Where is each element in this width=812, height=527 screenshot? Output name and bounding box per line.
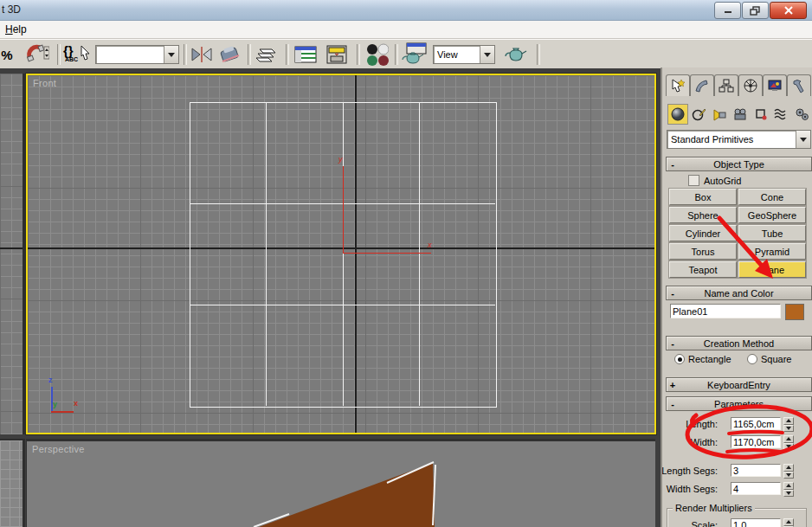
rollout-object-type[interactable]: - Object Type	[666, 157, 812, 171]
hierarchy-icon	[719, 78, 734, 93]
layer-manager-icon[interactable]	[251, 43, 282, 66]
restore-button[interactable]	[742, 2, 769, 19]
object-type-torus-button[interactable]: Torus	[669, 243, 737, 260]
width-spinner[interactable]	[783, 435, 794, 450]
gears-icon	[795, 107, 810, 121]
title-bar[interactable]: t 3D	[0, 0, 812, 21]
category-lights[interactable]	[709, 104, 730, 125]
viewport-label-front[interactable]: Front	[33, 78, 56, 88]
object-type-pyramid-button[interactable]: Pyramid	[738, 243, 806, 260]
curve-editor-grid-icon	[293, 44, 318, 65]
length-segs-spinner[interactable]	[783, 464, 794, 479]
perspective-viewport[interactable]: Perspective	[26, 439, 655, 527]
front-viewport[interactable]: Front y x z y x	[26, 74, 656, 434]
tab-utilities[interactable]	[787, 74, 811, 96]
quick-render-icon[interactable]	[500, 43, 532, 66]
toolbar-separator	[184, 44, 187, 65]
tripod-x-label: x	[74, 399, 78, 408]
align-box-icon	[218, 44, 242, 65]
primitive-category-dropdown[interactable]: Standard Primitives	[667, 130, 811, 149]
dropdown-arrow-icon[interactable]	[164, 46, 178, 63]
object-type-plane-button[interactable]: Plane	[738, 261, 806, 278]
left-viewport-sliver[interactable]	[0, 74, 25, 434]
width-field[interactable]	[731, 435, 781, 448]
display-icon	[767, 78, 783, 93]
rollout-creation-method[interactable]: - Creation Method	[666, 336, 812, 350]
rollout-collapse-icon[interactable]: -	[667, 338, 679, 349]
dropdown-arrow-icon[interactable]	[796, 131, 810, 148]
percent-snap-icon[interactable]: %	[0, 43, 17, 66]
radio-icon[interactable]	[747, 354, 757, 364]
object-type-cylinder-button[interactable]: Cylinder	[669, 225, 737, 241]
render-view-dropdown[interactable]: View	[433, 45, 495, 64]
schematic-boxes-icon	[325, 44, 349, 65]
object-type-cone-button[interactable]: Cone	[738, 189, 806, 205]
tab-hierarchy[interactable]	[714, 74, 738, 96]
rollout-collapse-icon[interactable]: -	[667, 159, 679, 170]
length-spinner[interactable]	[783, 417, 794, 432]
category-helpers[interactable]	[751, 104, 771, 125]
category-systems[interactable]	[792, 104, 812, 125]
close-icon	[783, 6, 794, 15]
width-segs-field[interactable]	[731, 482, 781, 495]
tab-display[interactable]	[763, 74, 787, 96]
radio-icon[interactable]	[674, 354, 685, 364]
rollout-collapse-icon[interactable]: -	[667, 288, 679, 299]
tab-create[interactable]	[666, 74, 690, 96]
autogrid-checkbox[interactable]: AutoGrid	[688, 175, 741, 186]
named-selection-sets-icon[interactable]: {} ABC	[62, 43, 93, 66]
restore-icon	[750, 6, 761, 16]
object-type-geosphere-button[interactable]: GeoSphere	[738, 207, 806, 223]
render-dialog-teapot-icon	[400, 42, 428, 67]
scale-field[interactable]	[731, 518, 781, 527]
rollout-name-color[interactable]: - Name and Color	[666, 286, 812, 300]
object-type-sphere-button[interactable]: Sphere	[669, 207, 737, 223]
category-space-warps[interactable]	[771, 104, 792, 125]
shapes-icon	[692, 107, 706, 121]
width-segs-spinner[interactable]	[783, 482, 794, 497]
toolbar-separator	[357, 44, 360, 65]
close-button[interactable]	[770, 2, 807, 19]
rollout-parameters[interactable]: - Parameters	[666, 396, 812, 411]
object-type-tube-button[interactable]: Tube	[738, 225, 806, 241]
plane-segment-line	[190, 305, 495, 305]
object-name-field[interactable]	[670, 304, 781, 318]
width-label: Width:	[691, 437, 718, 447]
mirror-icon[interactable]	[188, 43, 216, 66]
gizmo-x-label: x	[428, 241, 432, 249]
category-cameras[interactable]	[730, 104, 751, 125]
schematic-view-icon[interactable]	[322, 43, 351, 66]
tab-modify[interactable]	[690, 74, 714, 96]
category-geometry[interactable]	[667, 104, 688, 125]
category-shapes[interactable]	[688, 104, 709, 125]
rollout-keyboard-entry[interactable]: + KeyboardEntry	[666, 377, 812, 392]
length-segs-field[interactable]	[731, 464, 781, 477]
menu-help[interactable]: Help	[2, 23, 30, 35]
teapot-icon	[503, 44, 529, 65]
snap-magnet-icon[interactable]	[23, 43, 52, 66]
selection-set-dropdown[interactable]	[95, 45, 179, 64]
material-editor-icon[interactable]	[362, 43, 391, 66]
minimize-button[interactable]	[714, 2, 741, 19]
rollout-expand-icon[interactable]: +	[667, 380, 679, 390]
object-type-teapot-button[interactable]: Teapot	[669, 261, 737, 278]
plane-segment-line	[266, 102, 267, 406]
dropdown-arrow-icon[interactable]	[480, 46, 494, 63]
tab-motion[interactable]	[738, 74, 763, 96]
mirror-triangles-icon	[190, 45, 214, 64]
rollout-collapse-icon[interactable]: -	[667, 399, 679, 409]
object-type-box-button[interactable]: Box	[669, 189, 737, 205]
length-field[interactable]	[731, 417, 781, 430]
viewport-area: Front y x z y x Perspective	[0, 68, 661, 527]
creation-method-rectangle-radio[interactable]: Rectangle	[674, 354, 731, 364]
render-setup-icon[interactable]	[398, 43, 429, 66]
creation-method-square-radio[interactable]: Square	[747, 354, 791, 364]
left-viewport-sliver-bottom[interactable]	[0, 439, 25, 527]
curve-editor-icon[interactable]	[291, 43, 320, 66]
object-color-swatch[interactable]	[785, 304, 804, 320]
checkbox-icon[interactable]	[688, 175, 699, 186]
gizmo-x-axis	[343, 253, 431, 254]
scale-spinner[interactable]	[783, 518, 794, 527]
create-icon	[670, 78, 686, 93]
align-icon[interactable]	[216, 43, 244, 66]
